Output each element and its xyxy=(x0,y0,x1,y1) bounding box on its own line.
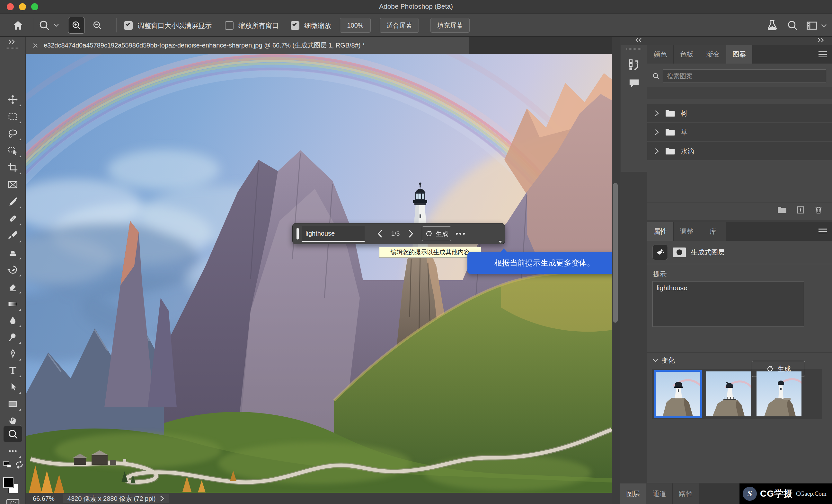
fit-screen-button[interactable]: 适合屏幕 xyxy=(380,18,419,33)
history-brush-tool[interactable] xyxy=(3,262,22,278)
chevron-right-icon[interactable] xyxy=(654,129,659,136)
pen-tool[interactable] xyxy=(3,346,22,362)
gradient-tool[interactable] xyxy=(3,296,22,312)
pattern-search xyxy=(652,69,826,83)
crop-tool[interactable] xyxy=(3,160,22,176)
rectangle-shape-tool[interactable] xyxy=(3,396,22,412)
fill-screen-button[interactable]: 填充屏幕 xyxy=(431,18,470,33)
tab-patterns[interactable]: 图案 xyxy=(726,45,753,63)
move-tool[interactable] xyxy=(3,91,22,108)
collapse-panel-icon[interactable] xyxy=(8,39,17,45)
clone-stamp-tool[interactable] xyxy=(3,245,22,261)
quick-mask-icon[interactable] xyxy=(6,499,20,504)
layer-mask-thumbnail[interactable] xyxy=(673,248,686,257)
tab-layers[interactable]: 图层 xyxy=(620,483,646,504)
canvas[interactable]: 1/3 生成 编辑您的提示以生成其他内容 根据当前提示生成更多变体。 xyxy=(26,54,612,493)
zoom-out-button[interactable] xyxy=(92,20,103,31)
layer-type-label: 生成式图层 xyxy=(691,248,725,257)
tab-properties[interactable]: 属性 xyxy=(647,222,674,241)
zoom-all-windows-checkbox[interactable] xyxy=(225,21,234,30)
brush-tool[interactable] xyxy=(3,228,22,244)
comments-icon[interactable] xyxy=(628,77,641,90)
status-dimensions-field[interactable]: 4320 像素 x 2880 像素 (72 ppi) xyxy=(63,494,169,503)
new-item-icon[interactable] xyxy=(796,205,805,215)
trash-icon[interactable] xyxy=(814,205,823,215)
panel-menu-icon[interactable] xyxy=(818,45,832,63)
pattern-folder-trees[interactable]: 树 xyxy=(647,104,832,122)
scrubby-zoom-checkbox[interactable] xyxy=(291,21,300,30)
eraser-tool[interactable] xyxy=(3,279,22,295)
separator xyxy=(34,18,34,32)
search-icon[interactable] xyxy=(786,19,799,31)
folder-icon xyxy=(665,147,676,156)
more-options-icon[interactable] xyxy=(451,233,469,235)
eyedropper-tool[interactable] xyxy=(3,194,22,209)
home-icon[interactable] xyxy=(12,20,24,31)
tab-libraries[interactable]: 库 xyxy=(700,222,726,241)
object-selection-tool[interactable] xyxy=(3,143,22,159)
type-tool[interactable] xyxy=(3,362,22,379)
zoom-tool-preset-icon[interactable] xyxy=(38,19,51,32)
pattern-search-input[interactable] xyxy=(663,69,826,83)
tab-adjustments[interactable]: 调整 xyxy=(674,222,700,241)
lasso-tool[interactable] xyxy=(3,125,22,142)
spot-healing-tool[interactable] xyxy=(3,211,22,227)
resize-windows-checkbox[interactable] xyxy=(124,21,133,30)
contextual-taskbar[interactable]: 1/3 生成 xyxy=(292,223,505,244)
tab-color[interactable]: 颜色 xyxy=(647,45,674,63)
tools-panel xyxy=(0,37,26,504)
chevron-down-icon[interactable] xyxy=(53,23,59,27)
collapse-panels-icon[interactable] xyxy=(634,37,643,43)
rectangular-marquee-tool[interactable] xyxy=(3,109,22,124)
recent-patterns-strip xyxy=(647,87,832,99)
generate-button[interactable]: 生成 xyxy=(422,226,451,241)
new-folder-icon[interactable] xyxy=(777,206,787,214)
panel-grip[interactable] xyxy=(626,48,642,50)
tab-gradients[interactable]: 渐变 xyxy=(700,45,726,63)
blur-tool[interactable] xyxy=(3,312,22,328)
tab-channels[interactable]: 通道 xyxy=(646,483,673,504)
variation-thumbnail-2[interactable] xyxy=(706,371,751,416)
generate-more-tooltip: 根据当前提示生成更多变体。 xyxy=(467,252,622,274)
default-colors-icon[interactable] xyxy=(3,460,12,470)
panel-menu-icon[interactable] xyxy=(818,222,832,241)
prompt-input[interactable] xyxy=(302,226,365,242)
tab-swatches[interactable]: 色板 xyxy=(674,45,700,63)
chevron-down-icon[interactable] xyxy=(821,24,827,28)
workspace-icon[interactable] xyxy=(806,20,818,32)
beaker-icon[interactable] xyxy=(766,19,779,32)
expand-panels-icon[interactable] xyxy=(816,37,825,43)
dodge-tool[interactable] xyxy=(3,329,22,345)
titlebar: Adobe Photoshop (Beta) xyxy=(0,0,832,13)
generative-layer-icon xyxy=(652,245,668,260)
zoom-in-button[interactable] xyxy=(68,17,85,34)
icon-dock xyxy=(621,45,647,172)
path-selection-tool[interactable] xyxy=(3,379,22,395)
properties-prompt-textarea[interactable]: lighthouse xyxy=(652,281,804,327)
document-tab[interactable]: e32dc8474d0a45789c192a55986d59bb-topaz-d… xyxy=(26,37,469,54)
panel-grip[interactable] xyxy=(6,48,20,49)
pattern-folder-water-drops[interactable]: 水滴 xyxy=(647,142,832,160)
next-variation-button[interactable] xyxy=(404,227,418,241)
pattern-folder-grass[interactable]: 草 xyxy=(647,123,832,141)
version-history-icon[interactable] xyxy=(627,58,641,72)
zoom-tool[interactable] xyxy=(3,426,22,442)
zoom-100-button[interactable]: 100% xyxy=(340,18,371,33)
foreground-color-swatch[interactable] xyxy=(3,477,14,487)
vertical-scrollbar[interactable] xyxy=(613,183,618,323)
frame-tool[interactable] xyxy=(3,176,22,193)
chevron-right-icon[interactable] xyxy=(654,148,659,155)
generate-label: 生成 xyxy=(436,229,448,238)
more-tools-button[interactable] xyxy=(3,443,22,459)
close-tab-icon[interactable] xyxy=(32,43,38,49)
collapse-taskbar-icon[interactable] xyxy=(498,241,502,243)
folder-icon xyxy=(665,128,676,137)
tab-paths[interactable]: 路径 xyxy=(673,483,699,504)
previous-variation-button[interactable] xyxy=(373,227,387,241)
swap-colors-icon[interactable] xyxy=(14,459,24,470)
status-zoom-level[interactable]: 66.67% xyxy=(33,495,55,502)
variation-thumbnail-3[interactable] xyxy=(756,371,802,416)
chevron-right-icon[interactable] xyxy=(654,110,659,117)
taskbar-drag-handle[interactable] xyxy=(296,228,299,240)
variation-thumbnail-1[interactable] xyxy=(656,371,701,416)
